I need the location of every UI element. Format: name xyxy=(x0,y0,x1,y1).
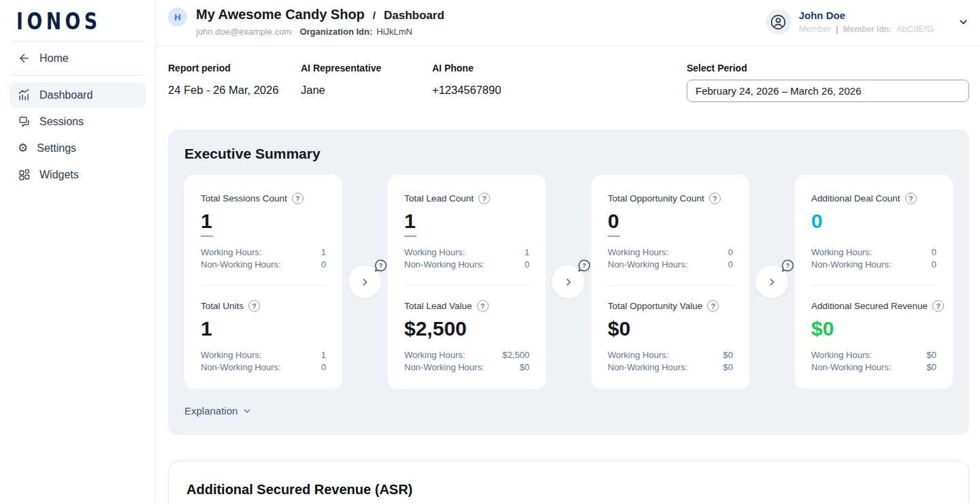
sidebar-item-home[interactable]: Home xyxy=(0,42,155,75)
working-hours-label: Working Hours: xyxy=(608,349,668,361)
non-working-hours-value: 0 xyxy=(525,259,529,271)
metric-value: $2,500 xyxy=(404,317,536,340)
topbar: H My Awesome Candy Shop / Dashboard john… xyxy=(156,0,980,46)
explanation-label: Explanation xyxy=(184,405,238,417)
divider xyxy=(811,285,936,286)
non-working-hours-value: 0 xyxy=(932,259,936,271)
metric-value: 1 xyxy=(404,210,536,232)
non-working-hours-label: Non-Working Hours: xyxy=(811,361,892,374)
org-id: Organization Idn:HiJkLmN xyxy=(299,27,412,37)
divider xyxy=(608,285,733,286)
metric-value: $0 xyxy=(811,317,943,340)
question-bubble-icon: ? xyxy=(781,259,795,273)
working-hours-value: 0 xyxy=(932,246,936,259)
next-card-button[interactable]: ? xyxy=(552,265,585,298)
summary-card-opportunities: Total Opportunity Count ? 0 Working Hour… xyxy=(591,175,749,389)
metric-label: Total Lead Value xyxy=(404,301,472,311)
working-hours-label: Working Hours: xyxy=(608,246,668,259)
org-id-label: Organization Idn: xyxy=(299,27,372,37)
summary-card-sessions: Total Sessions Count ? 1 Working Hours:1… xyxy=(184,175,342,389)
metric-label: Additional Deal Count xyxy=(811,193,900,204)
chevron-down-icon[interactable] xyxy=(958,16,969,28)
org-avatar: H xyxy=(168,7,187,27)
working-hours-label: Working Hours: xyxy=(201,246,261,259)
metric-label: Total Opportunity Value xyxy=(608,301,702,311)
select-period-input[interactable] xyxy=(687,80,969,102)
working-hours-value: $0 xyxy=(927,349,936,361)
user-email: john.doe@example.com xyxy=(196,27,291,37)
non-working-hours-value: $0 xyxy=(520,361,529,374)
working-hours-value: $0 xyxy=(723,349,733,361)
non-working-hours-value: 0 xyxy=(728,259,733,271)
breadcrumb-page: Dashboard xyxy=(384,9,444,22)
svg-text:?: ? xyxy=(786,261,790,269)
value-underline xyxy=(404,236,416,237)
sidebar: IONOS Home Dashboard Sessions ⚙ Settings xyxy=(0,0,156,503)
sidebar-item-dashboard[interactable]: Dashboard xyxy=(10,82,146,108)
user-menu[interactable]: John Doe Member | Member Idn: AbCdEfG xyxy=(766,9,969,35)
nav-label: Sessions xyxy=(39,116,84,128)
metric-label: Additional Secured Revenue xyxy=(811,301,928,311)
help-icon[interactable]: ? xyxy=(709,193,721,204)
metric-value: $0 xyxy=(608,317,740,340)
ionos-logo: IONOS xyxy=(16,7,129,35)
help-icon[interactable]: ? xyxy=(478,193,490,204)
user-avatar xyxy=(766,9,791,35)
summary-card-leads: Total Lead Count ? 1 Working Hours:1 Non… xyxy=(388,175,546,389)
summary-card-additional: Additional Deal Count ? 0 Working Hours:… xyxy=(795,175,953,389)
working-hours-value: $2,500 xyxy=(502,349,529,361)
report-period-value: 24 Feb - 26 Mar, 2026 xyxy=(168,84,301,97)
asr-section: Additional Secured Revenue (ASR) xyxy=(168,461,969,503)
help-icon[interactable]: ? xyxy=(292,193,304,204)
working-hours-value: 1 xyxy=(321,349,326,361)
summary-cards-row: Total Sessions Count ? 1 Working Hours:1… xyxy=(184,175,953,389)
metric-label: Total Sessions Count xyxy=(201,193,287,204)
question-bubble-icon: ? xyxy=(577,259,591,273)
help-icon[interactable]: ? xyxy=(707,300,719,312)
help-icon[interactable]: ? xyxy=(248,300,260,312)
ai-representative-label: AI Representative xyxy=(301,63,432,74)
help-icon[interactable]: ? xyxy=(477,300,489,312)
metric-value: 0 xyxy=(608,210,740,232)
next-card-button[interactable]: ? xyxy=(348,265,381,298)
non-working-hours-label: Non-Working Hours: xyxy=(811,259,892,271)
ai-representative-value: Jane xyxy=(301,84,432,97)
sidebar-nav: Dashboard Sessions ⚙ Settings Widgets xyxy=(0,76,155,187)
explanation-toggle[interactable]: Explanation xyxy=(184,405,252,417)
org-id-value: HiJkLmN xyxy=(376,27,412,37)
non-working-hours-value: $0 xyxy=(723,361,733,374)
value-underline xyxy=(608,236,620,237)
non-working-hours-value: $0 xyxy=(927,361,936,374)
working-hours-label: Working Hours: xyxy=(404,349,465,361)
sidebar-item-sessions[interactable]: Sessions xyxy=(10,109,146,134)
executive-summary-panel: Executive Summary Total Sessions Count ?… xyxy=(168,129,969,435)
ai-phone-label: AI Phone xyxy=(432,63,687,74)
main-area: H My Awesome Candy Shop / Dashboard john… xyxy=(156,0,980,503)
user-name: John Doe xyxy=(799,10,934,21)
nav-label: Dashboard xyxy=(39,89,93,101)
breadcrumb: H My Awesome Candy Shop / Dashboard john… xyxy=(168,7,444,37)
help-icon[interactable]: ? xyxy=(905,193,917,204)
non-working-hours-label: Non-Working Hours: xyxy=(404,259,485,271)
next-card-button[interactable]: ? xyxy=(755,265,788,298)
widgets-icon xyxy=(18,168,31,181)
divider xyxy=(404,285,529,286)
sidebar-item-settings[interactable]: ⚙ Settings xyxy=(10,135,146,161)
chart-icon xyxy=(18,88,31,101)
ai-phone-value: +1234567890 xyxy=(432,84,687,97)
user-role: Member xyxy=(799,24,832,34)
metric-label: Total Units xyxy=(201,301,244,311)
chat-icon xyxy=(18,115,31,128)
working-hours-value: 1 xyxy=(525,246,529,259)
member-id-label: Member Idn: xyxy=(843,25,892,34)
working-hours-label: Working Hours: xyxy=(404,246,465,259)
report-info-row: Report period 24 Feb - 26 Mar, 2026 AI R… xyxy=(168,63,969,102)
non-working-hours-label: Non-Working Hours: xyxy=(201,259,281,271)
sidebar-item-widgets[interactable]: Widgets xyxy=(10,162,146,187)
org-avatar-letter: H xyxy=(174,12,180,22)
gear-icon: ⚙ xyxy=(18,142,28,155)
help-icon[interactable]: ? xyxy=(932,300,944,312)
non-working-hours-label: Non-Working Hours: xyxy=(608,259,688,271)
report-period-label: Report period xyxy=(168,63,301,74)
working-hours-value: 1 xyxy=(321,246,326,259)
